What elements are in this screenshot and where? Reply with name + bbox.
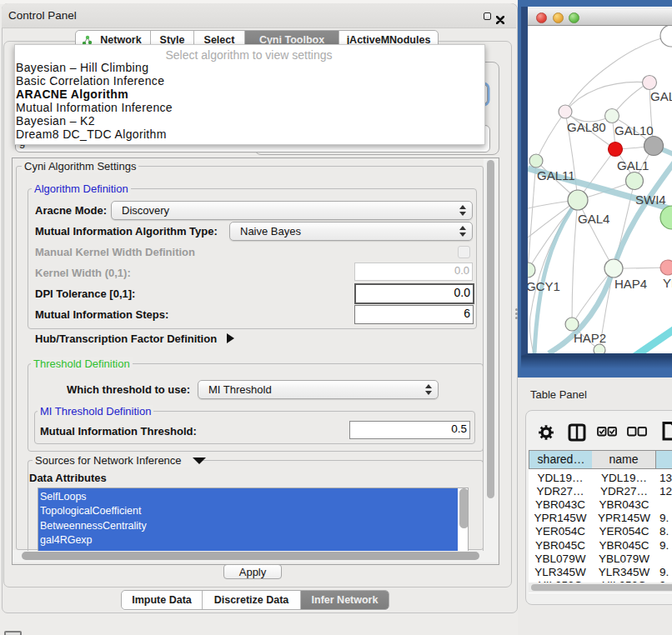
svg-text:GAL11: GAL11 (537, 168, 575, 182)
svg-text:GAL80: GAL80 (567, 120, 606, 134)
svg-text:GCY1: GCY1 (528, 279, 560, 293)
svg-text:HAP2: HAP2 (574, 331, 606, 345)
svg-text:GAL7: GAL7 (650, 89, 672, 103)
svg-text:SWI4: SWI4 (635, 192, 666, 207)
svg-text:GAL4: GAL4 (578, 212, 609, 226)
svg-text:GAL1: GAL1 (617, 158, 649, 172)
svg-text:YM: YM (663, 276, 672, 290)
svg-text:HAP4: HAP4 (614, 277, 647, 291)
svg-text:GAL10: GAL10 (614, 123, 654, 138)
